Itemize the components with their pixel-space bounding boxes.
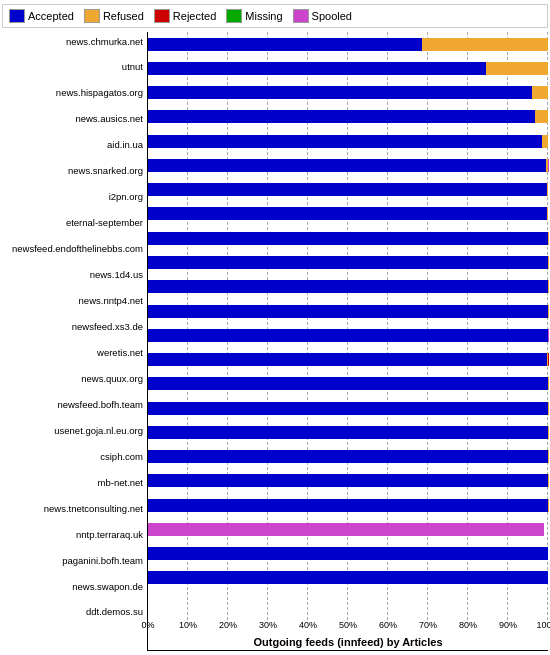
bar-row: 6858291 bbox=[148, 81, 548, 105]
bar-row: 62098 bbox=[148, 347, 548, 371]
x-tick-label: 40% bbox=[299, 620, 317, 630]
legend-item-refused: Refused bbox=[84, 9, 144, 23]
bar-segment-spooled bbox=[148, 523, 544, 536]
bar-segment-accepted bbox=[148, 377, 548, 390]
bar-inner: 62182865 bbox=[148, 32, 548, 56]
bar-segment-refused bbox=[422, 38, 548, 51]
bar-inner: 628 bbox=[148, 542, 548, 566]
chart-container: AcceptedRefusedRejectedMissingSpooled ne… bbox=[0, 0, 550, 655]
legend-label-spooled: Spooled bbox=[312, 10, 352, 22]
bar-inner: 5247174 bbox=[148, 105, 548, 129]
bar-segment-refused bbox=[542, 135, 548, 148]
bar-inner: 60254 bbox=[148, 445, 548, 469]
bar-row: 628 bbox=[148, 542, 548, 566]
legend-label-rejected: Rejected bbox=[173, 10, 216, 22]
bar-row: 25961 bbox=[148, 493, 548, 517]
bar-segment-accepted bbox=[148, 474, 548, 487]
y-label: news.ausics.net bbox=[2, 110, 147, 128]
y-label: news.quux.org bbox=[2, 369, 147, 387]
y-label: weretis.net bbox=[2, 343, 147, 361]
bar-segment-refused bbox=[547, 183, 548, 196]
y-label: newsfeed.xs3.de bbox=[2, 317, 147, 335]
x-tick-label: 80% bbox=[459, 620, 477, 630]
bar-row: 54234 bbox=[148, 396, 548, 420]
x-tick-label: 30% bbox=[259, 620, 277, 630]
bar-row: 612113 bbox=[148, 178, 548, 202]
legend-color-missing bbox=[226, 9, 242, 23]
legend-color-rejected bbox=[154, 9, 170, 23]
bar-inner: 63094 bbox=[148, 469, 548, 493]
bar-segment-accepted bbox=[148, 499, 548, 512]
y-label: nntp.terraraq.uk bbox=[2, 525, 147, 543]
bar-segment-accepted bbox=[148, 402, 548, 415]
bar-row: 63094 bbox=[148, 469, 548, 493]
x-tick-label: 70% bbox=[419, 620, 437, 630]
bar-segment-refused bbox=[486, 62, 548, 75]
y-label: news.1d4.us bbox=[2, 266, 147, 284]
bar-inner: 61026 bbox=[148, 226, 548, 250]
y-label: paganini.bofh.team bbox=[2, 551, 147, 569]
bar-row: 62394 bbox=[148, 299, 548, 323]
bar-row: 61374 bbox=[148, 372, 548, 396]
x-axis: 0%10%20%30%40%50%60%70%80%90%100% Outgoi… bbox=[148, 620, 548, 650]
legend-color-spooled bbox=[293, 9, 309, 23]
bar-segment-accepted bbox=[148, 329, 548, 342]
bar-inner: 62825 bbox=[148, 250, 548, 274]
bar-inner: 631397 bbox=[148, 129, 548, 153]
y-label: news.chmurka.net bbox=[2, 32, 147, 50]
bar-inner: 98 bbox=[148, 566, 548, 590]
bar-inner: 61374 bbox=[148, 372, 548, 396]
bar-segment-accepted bbox=[148, 426, 548, 439]
bar-row: 63121148 bbox=[148, 56, 548, 80]
bar-inner: 41995 bbox=[148, 323, 548, 347]
y-label: aid.in.ua bbox=[2, 136, 147, 154]
bar-segment-accepted bbox=[148, 571, 548, 584]
bars-area: 6218286563121148685829152471746313976520… bbox=[147, 32, 548, 651]
bar-segment-accepted bbox=[148, 38, 422, 51]
bar-segment-refused bbox=[535, 110, 548, 123]
bar-inner: 45317 bbox=[148, 202, 548, 226]
bar-segment-accepted bbox=[148, 135, 542, 148]
bar-inner: 62098 bbox=[148, 347, 548, 371]
x-tick-label: 50% bbox=[339, 620, 357, 630]
y-label: news.tnetconsulting.net bbox=[2, 499, 147, 517]
y-label: newsfeed.bofh.team bbox=[2, 395, 147, 413]
legend-item-accepted: Accepted bbox=[9, 9, 74, 23]
y-label: utnut bbox=[2, 58, 147, 76]
bar-segment-accepted bbox=[148, 207, 547, 220]
bar-row: 61026 bbox=[148, 226, 548, 250]
bar-row: 62825 bbox=[148, 250, 548, 274]
bar-row: 652028 bbox=[148, 153, 548, 177]
bar-segment-accepted bbox=[148, 280, 548, 293]
bar-row: 5247174 bbox=[148, 105, 548, 129]
x-tick-label: 90% bbox=[499, 620, 517, 630]
legend-item-missing: Missing bbox=[226, 9, 282, 23]
y-label: csiph.com bbox=[2, 447, 147, 465]
bars-rows: 6218286563121148685829152471746313976520… bbox=[148, 32, 548, 620]
y-labels: news.chmurka.netutnutnews.hispagatos.org… bbox=[2, 32, 147, 651]
bar-inner: 54234 bbox=[148, 396, 548, 420]
bar-row: 68455 bbox=[148, 275, 548, 299]
bar-segment-accepted bbox=[148, 110, 535, 123]
bar-row: 41995 bbox=[148, 323, 548, 347]
legend-item-spooled: Spooled bbox=[293, 9, 352, 23]
bar-inner: 25961 bbox=[148, 493, 548, 517]
x-ticks: 0%10%20%30%40%50%60%70%80%90%100% bbox=[148, 620, 548, 634]
legend-item-rejected: Rejected bbox=[154, 9, 216, 23]
y-label: i2pn.org bbox=[2, 188, 147, 206]
bar-inner: 652028 bbox=[148, 153, 548, 177]
bar-segment-accepted bbox=[148, 232, 548, 245]
bar-segment-accepted bbox=[148, 547, 548, 560]
bar-row: 631397 bbox=[148, 129, 548, 153]
y-label: usenet.goja.nl.eu.org bbox=[2, 421, 147, 439]
x-tick-label: 100% bbox=[536, 620, 550, 630]
legend-color-accepted bbox=[9, 9, 25, 23]
x-tick-label: 10% bbox=[179, 620, 197, 630]
bar-row: 62182865 bbox=[148, 32, 548, 56]
bar-segment-refused bbox=[547, 207, 548, 220]
y-label: news.swapon.de bbox=[2, 577, 147, 595]
chart-area: news.chmurka.netutnutnews.hispagatos.org… bbox=[2, 32, 548, 651]
bar-segment-accepted bbox=[148, 159, 546, 172]
bar-segment-accepted bbox=[148, 183, 547, 196]
y-label: ddt.demos.su bbox=[2, 603, 147, 621]
